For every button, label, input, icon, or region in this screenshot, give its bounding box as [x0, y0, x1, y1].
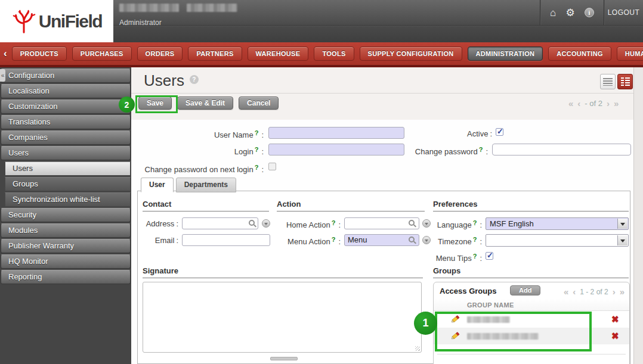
- gear-icon[interactable]: ⚙: [566, 8, 575, 18]
- prev-page-icon[interactable]: ‹: [573, 287, 576, 296]
- search-icon[interactable]: [408, 236, 416, 244]
- page-title: Users?: [144, 71, 199, 90]
- menu-tab-human-resources[interactable]: HUMAN: [617, 46, 643, 61]
- sidebar-item-publisher-warranty[interactable]: Publisher Warranty: [1, 239, 131, 253]
- right-gutter: [633, 67, 643, 364]
- help-icon[interactable]: ?: [255, 129, 259, 136]
- sidebar-item-modules[interactable]: Modules: [1, 223, 131, 238]
- groups-table-header: GROUP NAME: [434, 298, 629, 311]
- secondary-menu-sidebar: Configuration Localisation Customization…: [0, 67, 131, 364]
- menu-tab-purchases[interactable]: PURCHASES: [72, 46, 132, 61]
- last-record-icon[interactable]: »: [614, 99, 619, 108]
- redacted-text: [119, 4, 179, 12]
- prev-record-icon[interactable]: ‹: [577, 99, 580, 108]
- notebook-tabs: User Departments: [141, 178, 236, 192]
- save-and-edit-button[interactable]: Save & Edit: [177, 97, 233, 110]
- help-icon[interactable]: ?: [473, 236, 477, 243]
- language-label: Language?:: [433, 219, 482, 229]
- help-icon[interactable]: ?: [332, 219, 336, 226]
- tab-user[interactable]: User: [141, 178, 174, 192]
- logout-button[interactable]: LOGOUT: [604, 0, 643, 25]
- sidebar-item-groups[interactable]: Groups: [5, 177, 131, 191]
- search-icon[interactable]: [248, 219, 256, 228]
- email-input[interactable]: [182, 234, 270, 246]
- info-icon[interactable]: i: [585, 8, 594, 17]
- menu-scroll-left-icon[interactable]: ‹: [4, 48, 7, 60]
- signature-textarea[interactable]: [143, 282, 422, 353]
- login-input[interactable]: [268, 144, 404, 155]
- change-password-next-login-label: Change password on next login?:: [131, 164, 264, 174]
- sidebar-collapse-icon[interactable]: «: [0, 69, 5, 82]
- help-icon[interactable]: ?: [473, 219, 477, 226]
- user-name-input[interactable]: [268, 127, 404, 139]
- unifield-app-window: UniField Administrator ⌂ ⚙ i LOGOUT ‹ PR…: [0, 0, 643, 364]
- title-help-icon[interactable]: ?: [190, 75, 199, 84]
- form-view-button[interactable]: [617, 74, 633, 89]
- menu-tab-tools[interactable]: TOOLS: [314, 46, 354, 61]
- list-view-icon: [603, 78, 613, 86]
- resize-grip-icon[interactable]: [415, 346, 420, 351]
- group-name-column-header: GROUP NAME: [467, 301, 514, 309]
- sidebar-item-users[interactable]: Users: [5, 161, 131, 176]
- active-checkbox[interactable]: [496, 128, 503, 136]
- home-action-dropdown-icon[interactable]: [422, 219, 431, 228]
- list-view-button[interactable]: [600, 74, 616, 89]
- next-page-icon[interactable]: ›: [613, 287, 616, 296]
- brand-name: UniField: [39, 11, 102, 32]
- help-icon[interactable]: ?: [473, 253, 477, 260]
- menu-tab-supply-configuration[interactable]: SUPPLY CONFIGURATION: [360, 46, 462, 61]
- change-password-input[interactable]: [492, 144, 631, 155]
- sidebar-item-reporting[interactable]: Reporting: [1, 270, 131, 284]
- last-page-icon[interactable]: »: [620, 287, 625, 296]
- menu-tab-administration[interactable]: ADMINISTRATION: [468, 46, 543, 61]
- action-section-heading: Action: [277, 200, 425, 211]
- help-icon[interactable]: ?: [255, 164, 259, 171]
- login-label: Login?:: [131, 146, 264, 156]
- title-separator: [131, 93, 633, 94]
- timezone-select[interactable]: [486, 234, 629, 247]
- help-icon[interactable]: ?: [255, 146, 259, 153]
- help-icon[interactable]: ?: [479, 146, 483, 153]
- menu-tab-orders[interactable]: ORDERS: [137, 46, 183, 61]
- delete-row-icon[interactable]: ✖: [611, 331, 619, 341]
- delete-row-icon[interactable]: ✖: [611, 314, 619, 325]
- language-select[interactable]: MSF English: [486, 217, 629, 230]
- menu-tips-checkbox[interactable]: [486, 252, 493, 260]
- search-icon[interactable]: [408, 219, 416, 228]
- first-record-icon[interactable]: «: [568, 99, 573, 108]
- first-page-icon[interactable]: «: [564, 287, 568, 296]
- tab-departments[interactable]: Departments: [176, 178, 236, 192]
- sidebar-item-users-parent[interactable]: Users: [1, 146, 131, 160]
- menu-tab-partners[interactable]: PARTNERS: [188, 46, 242, 61]
- home-icon[interactable]: ⌂: [550, 8, 556, 18]
- menu-tab-accounting[interactable]: ACCOUNTING: [548, 46, 611, 61]
- address-label: Address:: [138, 219, 178, 228]
- record-pager: « ‹ - of 2 › »: [568, 99, 619, 108]
- sidebar-item-synchronization-white-list[interactable]: Synchronization white-list: [5, 192, 131, 207]
- unifield-logo: UniField: [0, 0, 113, 42]
- next-record-icon[interactable]: ›: [607, 99, 610, 108]
- user-name-label: User Name?:: [131, 129, 264, 139]
- help-icon[interactable]: ?: [332, 236, 336, 243]
- menu-tab-products[interactable]: PRODUCTS: [12, 46, 67, 61]
- sidebar-item-translations[interactable]: Translations: [1, 115, 131, 129]
- address-input[interactable]: [182, 217, 258, 229]
- menu-tab-warehouse[interactable]: WAREHOUSE: [248, 46, 309, 61]
- sidebar-item-security[interactable]: Security: [1, 208, 131, 222]
- groups-section-heading: Groups: [433, 266, 629, 278]
- address-dropdown-icon[interactable]: [262, 219, 270, 228]
- menu-action-dropdown-icon[interactable]: [422, 236, 431, 244]
- chevron-down-icon[interactable]: [617, 235, 627, 245]
- sidebar-item-localisation[interactable]: Localisation: [1, 84, 131, 98]
- splitter-handle[interactable]: [270, 357, 298, 360]
- sidebar-item-hq-monitor[interactable]: HQ Monitor: [1, 254, 131, 269]
- sidebar-item-companies[interactable]: Companies: [1, 130, 131, 145]
- change-password-next-login-checkbox[interactable]: [268, 163, 276, 170]
- cancel-button[interactable]: Cancel: [239, 97, 279, 110]
- chevron-down-icon[interactable]: [617, 219, 627, 229]
- email-label: Email:: [138, 236, 178, 245]
- timezone-label: Timezone?:: [433, 236, 482, 246]
- sidebar-item-customization[interactable]: Customization: [1, 99, 131, 114]
- add-group-button[interactable]: Add: [510, 285, 540, 295]
- sidebar-item-configuration[interactable]: Configuration: [1, 69, 131, 83]
